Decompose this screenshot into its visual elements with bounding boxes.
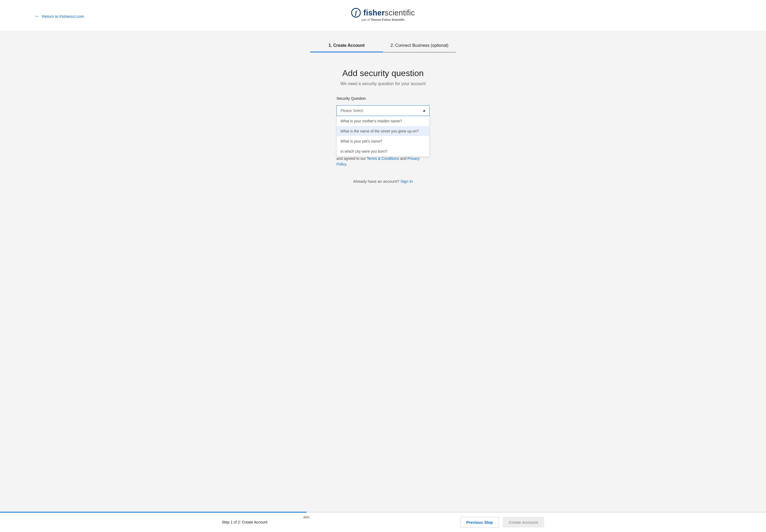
dropdown-option[interactable]: What is the name of the street you grew …	[337, 126, 429, 136]
signin-prompt: Already have an account?	[353, 179, 401, 184]
security-question-select-wrap: Please Select What is your mother's maid…	[336, 105, 430, 116]
select-placeholder: Please Select	[340, 109, 363, 113]
previous-step-button[interactable]: Previous Step	[460, 517, 499, 527]
footer-step-label: Step 1 of 2: Create Account	[222, 520, 267, 524]
previous-step-label: Previous Step	[466, 520, 493, 525]
terms-link[interactable]: Terms & Conditions	[367, 156, 399, 161]
brand-word-bold: fisher	[363, 9, 385, 17]
legal-fragment: and agreed to our	[336, 156, 367, 161]
step-tab-label: 2. Connect Business (optional)	[390, 43, 448, 48]
legal-and: and	[399, 156, 407, 161]
create-account-label: Create Account	[509, 520, 538, 525]
return-link-label: Return to Fishersci.com	[42, 14, 84, 19]
brand-sub-bold: Thermo Fisher Scientific	[370, 18, 405, 21]
brand-mark-icon: f	[351, 8, 361, 18]
footer-bar: 40% Step 1 of 2: Create Account Previous…	[0, 512, 766, 532]
legal-text: and agreed to our Terms & Conditions and…	[336, 156, 430, 167]
return-link[interactable]: ← Return to Fishersci.com	[35, 14, 84, 19]
footer-buttons: Previous Step Create Account	[460, 517, 544, 527]
brand-sub-prefix: part of	[361, 18, 370, 21]
page-title: Add security question	[336, 68, 430, 78]
progress-fill	[0, 512, 306, 513]
content-area: Add security question We need a security…	[336, 68, 430, 184]
signin-link[interactable]: Sign In	[400, 179, 413, 184]
progress-track	[0, 512, 766, 513]
create-account-button: Create Account	[503, 517, 544, 527]
signin-row: Already have an account? Sign In	[336, 179, 430, 184]
legal-period: .	[346, 162, 347, 166]
brand-word-light: scientific	[385, 9, 415, 17]
page-subtitle: We need a security question for your acc…	[336, 81, 430, 86]
stepper: 1. Create Account 2. Connect Business (o…	[310, 43, 456, 52]
security-question-select[interactable]: Please Select	[336, 105, 430, 116]
brand-subline: part of Thermo Fisher Scientific	[351, 18, 415, 21]
step-tab-create-account[interactable]: 1. Create Account	[310, 43, 383, 52]
progress-label: 40%	[303, 516, 310, 519]
security-question-label: Security Question	[336, 96, 430, 101]
dropdown-option[interactable]: In which city were you born?	[337, 146, 429, 156]
step-tab-label: 1. Create Account	[328, 43, 364, 48]
step-tab-connect-business[interactable]: 2. Connect Business (optional)	[383, 43, 456, 52]
brand-logo: f fisherscientific part of Thermo Fisher…	[351, 8, 415, 21]
dropdown-option[interactable]: What is your mother's maiden name?	[337, 116, 429, 126]
page-body: 1. Create Account 2. Connect Business (o…	[0, 31, 766, 512]
security-question-dropdown: What is your mother's maiden name? What …	[336, 116, 430, 157]
arrow-left-icon: ←	[35, 14, 39, 19]
site-header: ← Return to Fishersci.com f fisherscient…	[0, 0, 766, 31]
dropdown-option[interactable]: What is your pet's name?	[337, 136, 429, 146]
caret-up-icon	[423, 110, 426, 111]
brand-wordmark: fisherscientific	[363, 9, 415, 17]
